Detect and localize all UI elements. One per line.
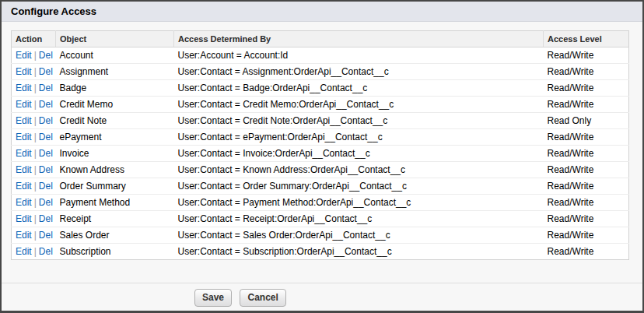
save-button[interactable]: Save: [194, 289, 232, 307]
access-determined-by-cell: User:Contact = Credit Memo:OrderApi__Con…: [174, 97, 544, 113]
link-separator: |: [32, 181, 39, 192]
table-row: Edit|DelSubscriptionUser:Contact = Subsc…: [12, 244, 629, 260]
object-cell: Sales Order: [56, 227, 174, 244]
object-cell: Subscription: [56, 244, 174, 260]
edit-link[interactable]: Edit: [16, 99, 32, 110]
action-cell: Edit|Del: [12, 113, 56, 129]
edit-link[interactable]: Edit: [16, 132, 32, 142]
access-determined-by-cell: User:Contact = Subscription:OrderApi__Co…: [174, 244, 544, 260]
table-row: Edit|DelKnown AddressUser:Contact = Know…: [12, 162, 629, 178]
access-level-cell: Read/Write: [544, 195, 629, 211]
object-cell: Known Address: [56, 162, 174, 178]
access-level-cell: Read/Write: [544, 178, 629, 195]
configure-access-window: Configure Access Action Object Access De…: [0, 0, 644, 313]
object-cell: Payment Method: [56, 195, 174, 211]
link-separator: |: [32, 83, 39, 93]
edit-link[interactable]: Edit: [16, 230, 32, 241]
edit-link[interactable]: Edit: [16, 164, 32, 175]
access-level-cell: Read/Write: [544, 227, 629, 244]
del-link[interactable]: Del: [39, 66, 53, 77]
access-table: Action Object Access Determined By Acces…: [11, 30, 629, 260]
del-link[interactable]: Del: [39, 83, 53, 93]
access-determined-by-cell: User:Account = Account:Id: [174, 47, 544, 64]
del-link[interactable]: Del: [39, 148, 53, 159]
access-determined-by-cell: User:Contact = Order Summary:OrderApi__C…: [174, 178, 544, 195]
link-separator: |: [32, 246, 39, 257]
action-cell: Edit|Del: [12, 64, 56, 80]
table-row: Edit|DelePaymentUser:Contact = ePayment:…: [12, 129, 629, 146]
action-cell: Edit|Del: [12, 227, 56, 244]
cancel-button[interactable]: Cancel: [240, 289, 285, 307]
access-level-cell: Read/Write: [544, 211, 629, 227]
column-header-object: Object: [56, 31, 174, 47]
del-link[interactable]: Del: [39, 50, 53, 61]
action-cell: Edit|Del: [12, 47, 56, 64]
del-link[interactable]: Del: [39, 246, 53, 257]
access-determined-by-cell: User:Contact = Invoice:OrderApi__Contact…: [174, 146, 544, 162]
table-row: Edit|DelCredit MemoUser:Contact = Credit…: [12, 97, 629, 113]
edit-link[interactable]: Edit: [16, 115, 32, 126]
edit-link[interactable]: Edit: [16, 83, 32, 93]
del-link[interactable]: Del: [39, 213, 53, 224]
del-link[interactable]: Del: [39, 99, 53, 110]
access-level-cell: Read/Write: [544, 162, 629, 178]
action-cell: Edit|Del: [12, 195, 56, 211]
object-cell: Credit Memo: [56, 97, 174, 113]
column-header-access-determined-by: Access Determined By: [174, 31, 544, 47]
del-link[interactable]: Del: [39, 164, 53, 175]
access-level-cell: Read/Write: [544, 64, 629, 80]
del-link[interactable]: Del: [39, 115, 53, 126]
edit-link[interactable]: Edit: [16, 50, 32, 61]
page-title: Configure Access: [2, 2, 642, 22]
action-cell: Edit|Del: [12, 97, 56, 113]
edit-link[interactable]: Edit: [16, 148, 32, 159]
access-determined-by-cell: User:Contact = Credit Note:OrderApi__Con…: [174, 113, 544, 129]
link-separator: |: [32, 99, 39, 110]
access-level-cell: Read Only: [544, 113, 629, 129]
object-cell: Badge: [56, 80, 174, 97]
table-row: Edit|DelOrder SummaryUser:Contact = Orde…: [12, 178, 629, 195]
button-bar: Save Cancel: [2, 283, 642, 311]
edit-link[interactable]: Edit: [16, 66, 32, 77]
access-determined-by-cell: User:Contact = Receipt:OrderApi__Contact…: [174, 211, 544, 227]
content-area: Action Object Access Determined By Acces…: [2, 30, 642, 311]
column-header-access-level: Access Level: [544, 31, 629, 47]
edit-link[interactable]: Edit: [16, 181, 32, 192]
del-link[interactable]: Del: [39, 181, 53, 192]
del-link[interactable]: Del: [39, 230, 53, 241]
object-cell: ePayment: [56, 129, 174, 146]
access-determined-by-cell: User:Contact = ePayment:OrderApi__Contac…: [174, 129, 544, 146]
action-cell: Edit|Del: [12, 146, 56, 162]
access-level-cell: Read/Write: [544, 146, 629, 162]
action-cell: Edit|Del: [12, 211, 56, 227]
link-separator: |: [32, 115, 39, 126]
del-link[interactable]: Del: [39, 132, 53, 142]
del-link[interactable]: Del: [39, 197, 53, 208]
link-separator: |: [32, 164, 39, 175]
access-level-cell: Read/Write: [544, 97, 629, 113]
access-determined-by-cell: User:Contact = Assignment:OrderApi__Cont…: [174, 64, 544, 80]
action-cell: Edit|Del: [12, 129, 56, 146]
link-separator: |: [32, 66, 39, 77]
edit-link[interactable]: Edit: [16, 213, 32, 224]
object-cell: Order Summary: [56, 178, 174, 195]
object-cell: Invoice: [56, 146, 174, 162]
edit-link[interactable]: Edit: [16, 246, 32, 257]
access-determined-by-cell: User:Contact = Known Address:OrderApi__C…: [174, 162, 544, 178]
action-cell: Edit|Del: [12, 244, 56, 260]
access-determined-by-cell: User:Contact = Payment Method:OrderApi__…: [174, 195, 544, 211]
table-row: Edit|DelInvoiceUser:Contact = Invoice:Or…: [12, 146, 629, 162]
table-row: Edit|DelCredit NoteUser:Contact = Credit…: [12, 113, 629, 129]
link-separator: |: [32, 132, 39, 142]
action-cell: Edit|Del: [12, 162, 56, 178]
access-level-cell: Read/Write: [544, 244, 629, 260]
edit-link[interactable]: Edit: [16, 197, 32, 208]
access-level-cell: Read/Write: [544, 47, 629, 64]
link-separator: |: [32, 230, 39, 241]
object-cell: Receipt: [56, 211, 174, 227]
table-row: Edit|DelAccountUser:Account = Account:Id…: [12, 47, 629, 64]
access-level-cell: Read/Write: [544, 80, 629, 97]
link-separator: |: [32, 50, 39, 61]
object-cell: Assignment: [56, 64, 174, 80]
link-separator: |: [32, 148, 39, 159]
